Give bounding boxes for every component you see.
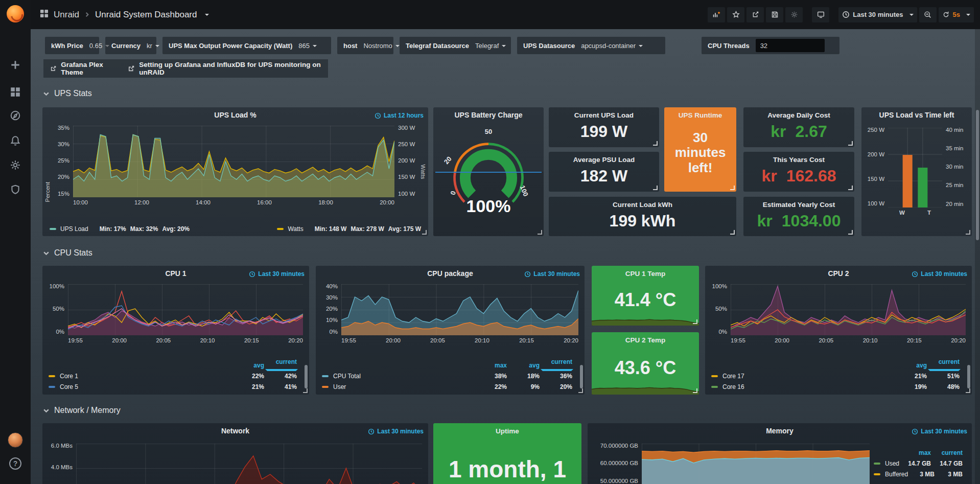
breadcrumb: Unraid Unraid System Dashboard xyxy=(40,9,209,20)
y-axis-label: Percent xyxy=(44,182,51,202)
panel-title[interactable]: CPU 1 xyxy=(73,269,278,278)
variable-telegraf-datasource: Telegraf Datasource Telegraf xyxy=(400,37,511,54)
currency-select[interactable]: kr xyxy=(147,42,159,50)
breadcrumb-app[interactable]: Unraid xyxy=(54,10,79,20)
legend-scrollbar[interactable] xyxy=(580,365,583,388)
clock-icon xyxy=(375,112,381,119)
user-avatar[interactable] xyxy=(8,432,23,448)
panel-cpu1: CPU 1 Last 30 minutes 100%50%0% 19:5520:… xyxy=(42,266,309,395)
cpu-package-plot[interactable] xyxy=(341,284,578,335)
ups-datasource-select[interactable]: apcupsd-container xyxy=(581,42,643,50)
refresh-button[interactable]: 5s xyxy=(939,7,974,22)
time-range-picker[interactable]: Last 30 minutes xyxy=(838,7,917,22)
clock-icon xyxy=(524,271,531,278)
help-icon[interactable]: ? xyxy=(9,457,21,470)
explore-compass-icon[interactable] xyxy=(10,110,21,121)
alerting-bell-icon[interactable] xyxy=(10,135,21,146)
tile-average-psu-load[interactable]: Average PSU Load 182 W xyxy=(549,152,659,192)
refresh-interval-label: 5s xyxy=(953,11,960,18)
share-button[interactable] xyxy=(746,7,764,22)
tile-current-ups-load[interactable]: Current UPS Load 199 W xyxy=(549,107,659,147)
panel-title[interactable]: Memory xyxy=(618,427,941,435)
variable-cpu-threads: CPU Threads xyxy=(702,37,839,54)
link-ups-monitoring-guide[interactable]: Setting up Grafana and InfluxDB for UPS … xyxy=(121,59,328,78)
bar-category-labels: WT xyxy=(888,208,942,218)
panel-title[interactable]: CPU package xyxy=(346,269,554,278)
tile-estimated-yearly-cost[interactable]: Estimated Yearly Cost kr1034.00 xyxy=(743,197,854,236)
stat-value: 199 kWh xyxy=(549,209,736,236)
star-button[interactable] xyxy=(727,7,744,22)
panel-title[interactable]: CPU 2 xyxy=(736,269,941,278)
legend-row[interactable]: Core 1 22%42% xyxy=(49,371,304,381)
dashboard-settings-gear-icon[interactable] xyxy=(785,7,803,22)
panel-title[interactable]: UPS Battery Charge xyxy=(438,111,539,119)
tile-current-load-kwh[interactable]: Current Load kWh 199 kWh xyxy=(549,197,736,236)
chevron-down-icon[interactable] xyxy=(205,14,209,16)
panel-time-range[interactable]: Last 30 minutes xyxy=(249,270,305,278)
create-plus-icon[interactable] xyxy=(10,59,21,71)
topbar-actions: Last 30 minutes 5s xyxy=(708,7,974,22)
time-range-label: Last 30 minutes xyxy=(853,11,903,18)
x-axis-ticks: 19:5520:0020:0520:1020:1520:20 xyxy=(68,335,303,345)
legend-row[interactable]: Used 14.7 GB14.7 GB xyxy=(874,458,965,469)
page-scrollbar-thumb[interactable] xyxy=(976,110,979,240)
tile-cpu2-temp[interactable]: CPU 2 Temp 43.6 °C xyxy=(592,332,699,395)
host-select[interactable]: Nostromo xyxy=(363,42,399,50)
variable-currency: Currency kr xyxy=(105,37,156,54)
legend-item[interactable]: UPS Load Min: 17% Max: 32% Avg: 20% xyxy=(50,225,190,233)
legend-row[interactable]: Core 5 21%41% xyxy=(49,381,304,392)
panel-time-range[interactable]: Last 30 minutes xyxy=(912,428,967,435)
grafana-logo-icon[interactable] xyxy=(7,5,24,22)
tile-this-years-cost[interactable]: This Years Cost kr162.68 xyxy=(743,152,854,192)
chevron-down-icon xyxy=(43,407,50,414)
tile-ups-runtime[interactable]: UPS Runtime 30 minutes left! xyxy=(664,107,736,192)
panel-time-range[interactable]: Last 30 minutes xyxy=(368,428,424,435)
legend-scrollbar[interactable] xyxy=(305,365,308,388)
dashboard-title[interactable]: Unraid System Dashboard xyxy=(95,10,197,20)
tile-uptime[interactable]: Uptime 1 month, 1 xyxy=(433,423,581,484)
legend-row[interactable]: Buffered 3 MB3 MB xyxy=(874,469,965,479)
cpu-threads-input[interactable] xyxy=(756,39,825,52)
zoom-out-button[interactable] xyxy=(919,7,937,22)
legend-row[interactable]: Core 16 19%48% xyxy=(711,381,967,392)
panel-title[interactable]: UPS Load vs Time left xyxy=(866,111,968,119)
apps-grid-icon[interactable] xyxy=(40,9,49,20)
section-cpu-stats[interactable]: CPU Stats xyxy=(43,248,92,258)
panel-title[interactable]: Network xyxy=(73,427,398,435)
panel-time-range[interactable]: Last 12 hours xyxy=(375,112,424,119)
telegraf-datasource-select[interactable]: Telegraf xyxy=(475,42,506,50)
legend-row[interactable]: CPU Total 38%18%36% xyxy=(322,371,579,381)
add-panel-button[interactable] xyxy=(708,7,725,22)
tile-average-daily-cost[interactable]: Average Daily Cost kr2.67 xyxy=(743,107,854,147)
memory-plot[interactable] xyxy=(642,444,870,484)
gauge-value: 100% xyxy=(440,196,537,216)
external-link-icon xyxy=(51,65,56,72)
save-button[interactable] xyxy=(766,7,783,22)
legend-item[interactable]: Watts Min: 148 W Max: 278 W Avg: 175 W xyxy=(277,225,421,233)
ups-max-output-select[interactable]: 865 xyxy=(298,42,317,50)
legend-scrollbar[interactable] xyxy=(967,365,970,388)
tv-mode-button[interactable] xyxy=(812,7,829,22)
network-plot[interactable] xyxy=(76,444,422,484)
page-scrollbar-track[interactable] xyxy=(975,29,980,484)
panel-time-range[interactable]: Last 30 minutes xyxy=(912,270,967,278)
configuration-gear-icon[interactable] xyxy=(10,159,21,171)
section-ups-stats[interactable]: UPS Stats xyxy=(43,89,92,98)
clock-icon xyxy=(912,271,918,278)
variable-ups-max-output: UPS Max Output Power Capacity (Watt) 865 xyxy=(162,37,331,54)
panel-title[interactable]: UPS Load % xyxy=(73,111,398,119)
admin-shield-icon[interactable] xyxy=(10,184,21,195)
panel-memory: Memory Last 30 minutes 70.000000 GB60.00… xyxy=(588,423,972,484)
legend-row[interactable]: User 22%9%20% xyxy=(322,381,579,392)
ups-load-plot[interactable] xyxy=(73,126,394,197)
grafana-dashboard: { "topbar": { "breadcrumb_app": "Unraid"… xyxy=(0,0,980,484)
link-grafana-plex-theme[interactable]: Grafana Plex Theme xyxy=(43,59,121,78)
cpu2-plot[interactable] xyxy=(731,284,966,335)
bars-plot[interactable] xyxy=(888,128,942,208)
dashboards-grid-icon[interactable] xyxy=(10,86,21,98)
legend-row[interactable]: Core 17 21%51% xyxy=(711,371,967,381)
tile-cpu1-temp[interactable]: CPU 1 Temp 41.4 °C xyxy=(592,266,699,326)
panel-time-range[interactable]: Last 30 minutes xyxy=(524,270,580,278)
cpu1-plot[interactable] xyxy=(68,284,303,335)
section-network-memory[interactable]: Network / Memory xyxy=(43,406,121,415)
